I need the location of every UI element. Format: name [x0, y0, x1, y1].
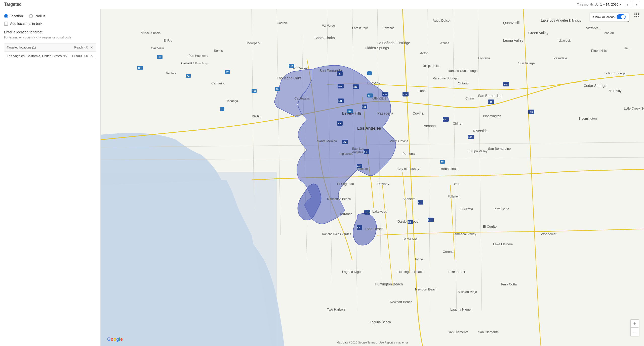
svg-text:Oak View: Oak View — [151, 46, 164, 50]
svg-text:101: 101 — [338, 100, 342, 102]
remove-location-icon[interactable]: ✕ — [90, 54, 94, 58]
svg-text:San Bernardino: San Bernardino — [478, 94, 503, 98]
svg-text:Pasadena: Pasadena — [377, 111, 393, 115]
svg-text:Huntington Beach: Huntington Beach — [397, 270, 423, 274]
svg-text:Anaheim: Anaheim — [403, 197, 415, 201]
svg-text:I-15: I-15 — [468, 136, 472, 138]
svg-text:Forest Park: Forest Park — [352, 26, 368, 30]
location-type: city — [63, 54, 67, 58]
svg-text:Inglewood: Inglewood — [340, 152, 353, 156]
map-container[interactable]: Beverly Hills Los Angeles Santa Monica E… — [101, 9, 644, 346]
zoom-out-button[interactable]: – — [631, 328, 639, 336]
svg-text:West Covina: West Covina — [390, 139, 409, 143]
location-input-label: Enter a location to target — [4, 30, 96, 34]
svg-text:Malibu: Malibu — [252, 114, 260, 118]
svg-text:Covina: Covina — [413, 111, 424, 115]
svg-text:Bloomington: Bloomington — [579, 117, 597, 120]
svg-text:NAS Point Mugu: NAS Point Mugu — [189, 62, 209, 65]
radio-location[interactable]: Location — [4, 14, 23, 18]
svg-text:I-10: I-10 — [357, 165, 361, 168]
svg-text:57: 57 — [441, 161, 444, 163]
svg-text:405: 405 — [353, 86, 357, 88]
svg-text:Agua Dulce: Agua Dulce — [433, 19, 450, 22]
svg-text:Woodcrest: Woodcrest — [541, 232, 556, 236]
svg-text:East Los: East Los — [352, 147, 364, 151]
table-header-right: Reach ? ✕ — [74, 45, 94, 50]
show-all-areas-control: Show all areas — [590, 13, 629, 21]
svg-text:Ravenna: Ravenna — [382, 26, 394, 30]
svg-text:Azusa: Azusa — [440, 41, 450, 45]
svg-text:Lake Elsinore: Lake Elsinore — [493, 242, 513, 246]
show-all-areas-toggle[interactable] — [617, 14, 626, 19]
left-panel: Location Radius Add locations in bulk En… — [0, 9, 101, 346]
bulk-checkbox-row[interactable]: Add locations in bulk — [4, 22, 96, 26]
svg-text:El Cerrito: El Cerrito — [483, 225, 497, 228]
map-attribution: Map data ©2020 Google Terms of Use Repor… — [337, 341, 408, 344]
svg-text:Lake Forest: Lake Forest — [448, 270, 465, 274]
svg-text:Topanga: Topanga — [226, 99, 238, 103]
svg-text:Fontana: Fontana — [478, 56, 490, 60]
svg-text:Thousand Oaks: Thousand Oaks — [277, 76, 302, 80]
svg-text:Newport Beach: Newport Beach — [415, 287, 437, 291]
svg-text:Santa Monica: Santa Monica — [317, 139, 337, 143]
svg-text:Pomona: Pomona — [403, 152, 415, 156]
svg-text:El Rio: El Rio — [164, 39, 172, 42]
svg-text:Somis: Somis — [214, 49, 223, 53]
svg-text:I-5: I-5 — [338, 73, 341, 75]
svg-text:I-710: I-710 — [365, 211, 370, 214]
svg-text:Torrance: Torrance — [340, 212, 352, 216]
svg-text:Bloomington: Bloomington — [483, 114, 501, 118]
svg-text:Long Beach: Long Beach — [365, 227, 384, 231]
prev-button[interactable]: ‹ — [624, 1, 631, 8]
svg-text:La Cañada Flintridge: La Cañada Flintridge — [377, 41, 410, 45]
svg-text:El Segundo: El Segundo — [337, 182, 354, 186]
reach-info-icon[interactable]: ? — [85, 46, 88, 49]
radio-radius[interactable]: Radius — [29, 14, 46, 18]
bulk-checkbox[interactable] — [4, 22, 8, 26]
svg-text:Port Hueneme: Port Hueneme — [189, 54, 208, 58]
svg-text:Ontario: Ontario — [458, 81, 469, 85]
date-range-dropdown[interactable]: Jul 1 – 14, 2020 — [595, 3, 622, 6]
page-title: Targeted — [4, 2, 22, 7]
svg-text:Val Verde: Val Verde — [322, 24, 335, 27]
svg-text:San Clemente: San Clemente — [478, 330, 499, 334]
svg-text:1: 1 — [221, 108, 223, 111]
svg-text:Hidden Springs: Hidden Springs — [365, 46, 389, 50]
svg-text:34: 34 — [187, 75, 189, 77]
svg-text:Santa Clarita: Santa Clarita — [314, 36, 335, 40]
svg-text:He...: He... — [624, 46, 630, 50]
svg-text:I-10: I-10 — [443, 118, 447, 121]
svg-text:Angeles: Angeles — [352, 151, 363, 154]
svg-text:Two Harbors: Two Harbors — [327, 308, 346, 311]
header-right: This month Jul 1 – 14, 2020 ‹ › — [577, 1, 640, 8]
svg-text:118: 118 — [289, 65, 293, 67]
svg-text:Moorpark: Moorpark — [247, 41, 260, 45]
svg-text:Jurupa Valley: Jurupa Valley — [468, 149, 488, 153]
svg-text:San Clemente: San Clemente — [448, 330, 468, 334]
svg-text:Paradise Springs: Paradise Springs — [433, 76, 458, 80]
zoom-in-button[interactable]: + — [631, 320, 639, 328]
header-bar: Targeted This month Jul 1 – 14, 2020 ‹ › — [0, 0, 644, 9]
svg-text:Fullerton: Fullerton — [448, 195, 460, 198]
svg-text:Phelan: Phelan — [604, 31, 614, 35]
svg-text:View Acr...: View Acr... — [586, 26, 600, 30]
svg-text:City of Industry: City of Industry — [397, 167, 419, 171]
svg-text:Riverside: Riverside — [473, 129, 488, 133]
svg-text:Palmdale: Palmdale — [553, 56, 567, 60]
next-button[interactable]: › — [633, 1, 640, 8]
table-header: Targeted locations (1) Reach ? ✕ — [4, 43, 96, 52]
table-row: Los Angeles, California, United States c… — [4, 52, 96, 60]
location-input-hint: For example, a country, city, region, or… — [4, 36, 96, 39]
svg-text:Acton: Acton — [420, 51, 428, 55]
remove-all-icon[interactable]: ✕ — [90, 45, 94, 50]
targeted-locations-table: Targeted locations (1) Reach ? ✕ Los Ang… — [4, 43, 96, 60]
map-svg: Beverly Hills Los Angeles Santa Monica E… — [101, 9, 644, 346]
svg-text:210: 210 — [383, 93, 387, 96]
svg-text:Laguna Niguel: Laguna Niguel — [342, 270, 363, 274]
svg-text:134: 134 — [368, 94, 372, 97]
bulk-checkbox-label: Add locations in bulk — [10, 22, 42, 26]
svg-text:I-15: I-15 — [489, 101, 493, 103]
svg-text:Laguna Beach: Laguna Beach — [370, 320, 391, 324]
svg-text:Chino: Chino — [453, 122, 461, 125]
map-menu-icon[interactable] — [634, 13, 639, 17]
